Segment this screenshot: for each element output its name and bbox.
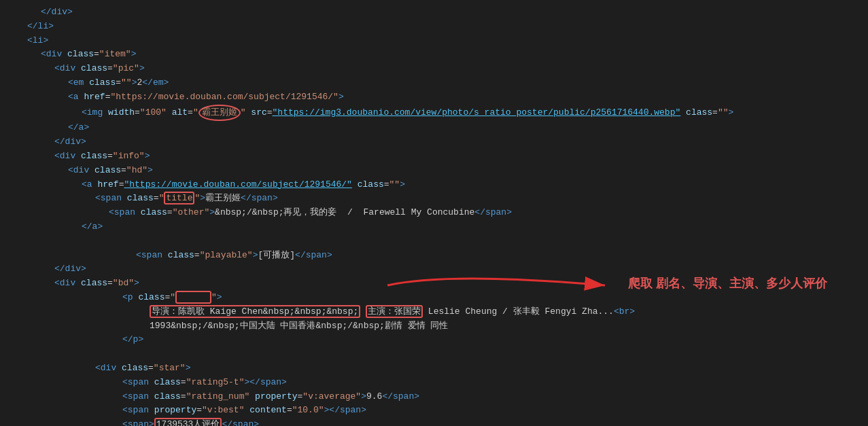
code-line: <div class="star"> bbox=[0, 361, 868, 376]
code-line: </a> bbox=[0, 220, 868, 234]
code-line: 导演：陈凯歌 Kaige Chen&nbsp;&nbsp;&nbsp; 主演：张… bbox=[0, 305, 868, 319]
code-line: </li> bbox=[0, 20, 868, 34]
code-display: </div> </li> <li> <div class="item"> <di… bbox=[0, 0, 868, 426]
code-line: <span class="other">&nbsp;/&nbsp;再见，我的妾 … bbox=[0, 206, 868, 220]
code-line: <div class="info"> bbox=[0, 149, 868, 164]
code-line: 1993&nbsp;/&nbsp;中国大陆 中国香港&nbsp;/&nbsp;剧… bbox=[0, 319, 868, 334]
code-line: </div> bbox=[0, 262, 868, 277]
code-line: <div class="bd"> bbox=[0, 277, 868, 291]
code-line: </div> bbox=[0, 135, 868, 149]
code-line: </a> bbox=[0, 121, 868, 135]
code-line: <div class="hd"> bbox=[0, 164, 868, 178]
code-line: <div class="item"> bbox=[0, 48, 868, 62]
code-line: <span class="rating5-t"></span> bbox=[0, 376, 868, 390]
code-line: </div> bbox=[0, 5, 868, 20]
code-line: <a href="https://movie.douban.com/subjec… bbox=[0, 90, 868, 105]
code-line: <li> bbox=[0, 34, 868, 48]
code-line: <span class="playable">[可播放]</span> bbox=[0, 249, 868, 263]
code-line bbox=[0, 234, 868, 249]
code-line: <img width="100" alt="霸王别姬" src="https:/… bbox=[0, 105, 868, 122]
code-line: <span class="rating_num" property="v:ave… bbox=[0, 390, 868, 404]
code-line: <a href="https://movie.douban.com/subjec… bbox=[0, 178, 868, 192]
code-line: <span>1739533人评价</span> bbox=[0, 418, 868, 426]
code-line: </p> bbox=[0, 333, 868, 347]
code-line: <span class="title">霸王别姬</span> bbox=[0, 192, 868, 206]
code-line: <em class="">2</em> bbox=[0, 76, 868, 90]
code-line: <span property="v:best" content="10.0"><… bbox=[0, 404, 868, 418]
code-line: <div class="pic"> bbox=[0, 62, 868, 76]
code-line bbox=[0, 347, 868, 361]
code-line: <p class=" "> bbox=[0, 291, 868, 305]
